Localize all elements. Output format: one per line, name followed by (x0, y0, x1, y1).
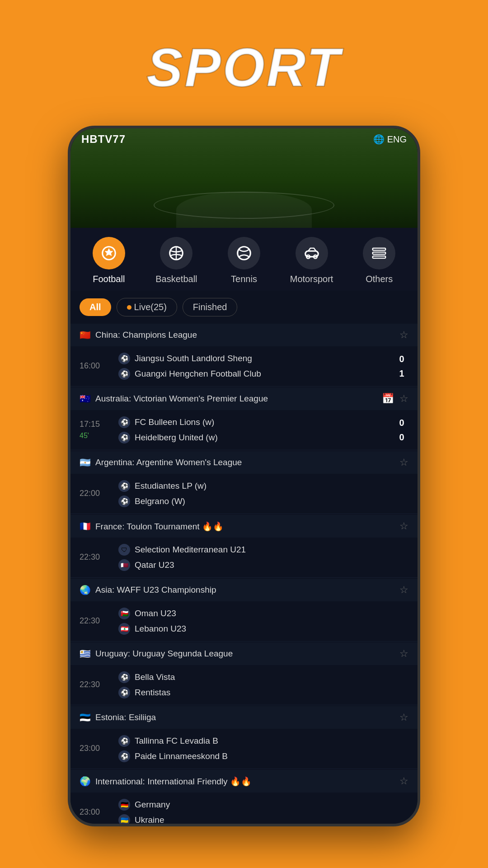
category-basketball[interactable]: Basketball (154, 237, 199, 284)
team-name: Oman U23 (135, 609, 176, 618)
svg-point-4 (238, 247, 251, 260)
filter-tabs: All Live(25) Finished (70, 291, 418, 324)
league-section: 🌏 Asia: WAFF U23 Championship ☆ 22:30 🇴🇲… (70, 579, 418, 642)
league-name: China: Champions League (95, 330, 197, 340)
star-icon[interactable]: ☆ (399, 457, 408, 468)
category-basketball-label: Basketball (155, 274, 197, 284)
calendar-icon[interactable]: 📅 (382, 393, 394, 405)
team-name: Belgrano (W) (135, 496, 185, 506)
match-row[interactable]: 22:00 ⚽ Estudiantes LP (w) ⚽ Belgrano (W… (70, 474, 418, 514)
team-name: Paide Linnameeskond B (135, 751, 228, 761)
team-name: Qatar U23 (135, 560, 174, 570)
league-name: Asia: WAFF U23 Championship (95, 585, 216, 595)
category-motorsport-label: Motorsport (290, 274, 333, 284)
team-name: Heidelberg United (w) (135, 433, 218, 443)
league-section: 🇪🇪 Estonia: Esiliiga ☆ 23:00 ⚽ Tallinna … (70, 706, 418, 769)
svg-rect-9 (373, 252, 386, 255)
category-others[interactable]: Others (357, 237, 402, 284)
team-name: Tallinna FC Levadia B (135, 736, 218, 746)
star-icon[interactable]: ☆ (399, 712, 408, 723)
category-football-label: Football (93, 274, 125, 284)
category-football[interactable]: Football (86, 237, 131, 284)
svg-marker-1 (104, 248, 113, 256)
team-name: Germany (135, 800, 170, 810)
team-name: Jiangsu South Landlord Sheng (135, 354, 252, 363)
star-icon[interactable]: ☆ (399, 648, 408, 660)
league-section: 🇦🇷 Argentina: Argentine Women's League ☆… (70, 451, 418, 514)
star-icon[interactable]: ☆ (399, 775, 408, 787)
header-right: 🌐 ENG (373, 134, 407, 145)
match-row[interactable]: 22:30 ⚽ Bella Vista ⚽ Rentistas (70, 665, 418, 705)
league-section: 🇺🇾 Uruguay: Uruguay Segunda League ☆ 22:… (70, 642, 418, 705)
team-name: Bella Vista (135, 672, 175, 682)
league-name: France: Toulon Tournament 🔥🔥 (95, 521, 224, 532)
svg-rect-8 (373, 248, 386, 250)
category-tennis-label: Tennis (231, 274, 257, 284)
league-name: Estonia: Esiliiga (95, 712, 156, 722)
filter-all[interactable]: All (80, 298, 111, 316)
team-name: Guangxi Hengchen Football Club (135, 369, 261, 379)
team-name: FC Bulleen Lions (w) (135, 417, 214, 427)
app-logo: HBTV77 (81, 133, 126, 146)
match-row[interactable]: 23:00 ⚽ Tallinna FC Levadia B ⚽ Paide Li… (70, 729, 418, 769)
page-title: SPORT (146, 36, 341, 99)
league-section: 🇦🇺 Australia: Victorian Women's Premier … (70, 387, 418, 450)
category-tennis[interactable]: Tennis (221, 237, 267, 284)
phone-frame: HBTV77 🌐 ENG Football Basketball (68, 126, 420, 826)
match-row[interactable]: 16:00 ⚽ Jiangsu South Landlord Sheng ⚽ G… (70, 346, 418, 387)
categories-bar: Football Basketball Tennis Motorsport (70, 228, 418, 291)
star-icon[interactable]: ☆ (399, 393, 408, 405)
category-others-label: Others (366, 274, 393, 284)
match-row[interactable]: 17:1545' ⚽ FC Bulleen Lions (w) ⚽ Heidel… (70, 410, 418, 450)
svg-rect-10 (373, 256, 386, 258)
star-icon[interactable]: ☆ (399, 329, 408, 341)
league-section: 🇨🇳 China: Champions League ☆ 16:00 ⚽ Jia… (70, 324, 418, 387)
league-name: Uruguay: Uruguay Segunda League (95, 649, 233, 659)
star-icon[interactable]: ☆ (399, 520, 408, 532)
match-row[interactable]: 22:30 🛡 Selection Mediterranean U21 🇶🇦 Q… (70, 538, 418, 578)
team-name: Estudiantes LP (w) (135, 481, 206, 491)
league-section: 🌍 International: International Friendly … (70, 770, 418, 824)
league-section: 🇫🇷 France: Toulon Tournament 🔥🔥 ☆ 22:30 … (70, 515, 418, 578)
team-name: Rentistas (135, 688, 170, 698)
filter-live[interactable]: Live(25) (117, 298, 177, 316)
star-icon[interactable]: ☆ (399, 584, 408, 596)
team-name: Ukraine (135, 815, 164, 824)
match-row[interactable]: 22:30 🇴🇲 Oman U23 🇱🇧 Lebanon U23 (70, 601, 418, 642)
team-name: Selection Mediterranean U21 (135, 545, 246, 555)
filter-finished[interactable]: Finished (183, 298, 238, 316)
stadium-banner: HBTV77 🌐 ENG (70, 128, 418, 228)
match-list[interactable]: 🇨🇳 China: Champions League ☆ 16:00 ⚽ Jia… (70, 324, 418, 824)
league-name: International: International Friendly 🔥🔥 (95, 776, 252, 787)
team-name: Lebanon U23 (135, 624, 186, 634)
league-name: Australia: Victorian Women's Premier Lea… (95, 394, 268, 404)
match-row[interactable]: 23:00 🇩🇪 Germany 🇺🇦 Ukraine (70, 793, 418, 824)
category-motorsport[interactable]: Motorsport (289, 237, 334, 284)
league-name: Argentina: Argentine Women's League (95, 458, 242, 467)
